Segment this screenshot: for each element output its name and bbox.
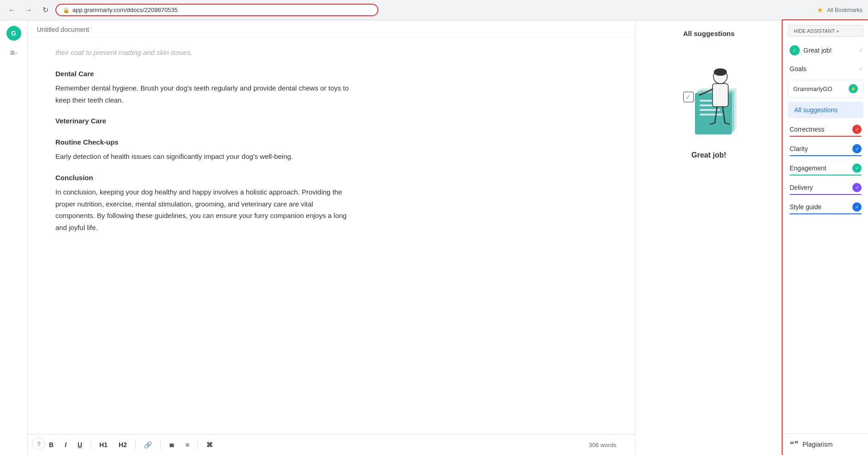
grammarly-go-label: GrammarlyGO (793, 85, 832, 92)
section-body-checkups: Early detection of health issues can sig… (55, 151, 351, 163)
category-item-delivery[interactable]: Delivery ✓ (783, 178, 868, 194)
great-job-left: ✓ Great job! (790, 45, 832, 55)
grammarly-go-button[interactable]: GrammarlyGO ⚡ (788, 79, 863, 98)
engagement-underline (790, 175, 862, 176)
panel-item-great-job[interactable]: ✓ Great job! › (783, 41, 868, 61)
section-heading-checkups: Routine Check-ups (55, 136, 351, 148)
doc-header: Untitled document (28, 20, 635, 37)
great-job-illustration: ✓ Great job! (672, 51, 746, 159)
panel-item-goals[interactable]: Goals › (783, 61, 868, 78)
all-suggestions-button[interactable]: All suggestions (788, 102, 863, 118)
underline-button[interactable]: U (75, 439, 85, 450)
unordered-list-button[interactable]: ≡ (183, 439, 192, 450)
svg-rect-9 (712, 84, 728, 107)
bookmark-area: ★ All Bookmarks (817, 6, 862, 14)
svg-text:✓: ✓ (685, 93, 691, 101)
green-check-icon: ✓ (790, 45, 800, 55)
browser-chrome: ← → ↻ 🔒 app.grammarly.com/ddocs/22098705… (0, 0, 868, 20)
word-count[interactable]: 306 words (589, 442, 617, 449)
grammarly-logo: G (6, 26, 21, 41)
lock-icon: 🔒 (63, 7, 70, 13)
ordered-list-button[interactable]: ≣ (166, 439, 177, 450)
section-body-conclusion: In conclusion, keeping your dog healthy … (55, 186, 351, 233)
delivery-underline (790, 194, 862, 195)
section-heading-vet: Veterinary Care (55, 115, 351, 127)
toolbar-divider-1 (90, 440, 91, 449)
document-area[interactable]: Untitled document their coat to prevent … (28, 20, 635, 455)
h2-button[interactable]: H2 (116, 439, 130, 450)
style-guide-underline (790, 213, 862, 214)
clear-format-button[interactable]: ⌘ (204, 439, 216, 450)
clarity-underline (790, 155, 862, 156)
chevron-right-icon: › (860, 47, 862, 54)
plagiarism-label: Plagiarism (802, 441, 832, 448)
section-heading-conclusion: Conclusion (55, 172, 351, 184)
faded-text: their coat to prevent matting and skin i… (55, 47, 351, 59)
svg-rect-6 (700, 114, 723, 115)
correctness-icon: ✓ (852, 125, 862, 134)
category-item-correctness[interactable]: Correctness ✓ (783, 120, 868, 136)
italic-button[interactable]: I (62, 439, 69, 450)
center-panel: All suggestions (635, 20, 783, 455)
correctness-underline (790, 136, 862, 137)
clarity-icon: ✓ (852, 144, 862, 153)
style-guide-label: Style guide (790, 203, 821, 211)
engagement-label: Engagement (790, 164, 826, 172)
link-button[interactable]: 🔗 (141, 439, 155, 450)
grammarly-go-icon: ⚡ (849, 84, 858, 93)
bookmarks-label: All Bookmarks (827, 7, 862, 13)
illustration-svg: ✓ (672, 51, 746, 144)
plagiarism-icon: ❝❞ (790, 439, 799, 449)
doc-toolbar: ? B I U H1 H2 🔗 ≣ ≡ ⌘ 306 words (28, 434, 635, 455)
category-item-clarity[interactable]: Clarity ✓ (783, 140, 868, 155)
doc-title: Untitled document (37, 26, 89, 33)
clarity-label: Clarity (790, 145, 808, 152)
bold-button[interactable]: B (46, 439, 56, 450)
suggestions-header: All suggestions (683, 30, 735, 37)
section-heading-dental: Dental Care (55, 68, 351, 80)
delivery-label: Delivery (790, 184, 813, 191)
back-button[interactable]: ← (6, 4, 18, 17)
forward-button[interactable]: → (22, 4, 35, 17)
category-item-engagement[interactable]: Engagement ✓ (783, 159, 868, 175)
doc-content: their coat to prevent matting and skin i… (28, 37, 378, 287)
hide-assistant-button[interactable]: HIDE ASSISTANT » (788, 25, 863, 37)
hamburger-button[interactable]: ≡· (10, 48, 18, 58)
toolbar-divider-4 (198, 440, 198, 449)
left-sidebar: G ≡· (0, 20, 28, 455)
great-job-text: Great job! (691, 151, 726, 159)
plagiarism-section[interactable]: ❝❞ Plagiarism (783, 433, 868, 455)
delivery-icon: ✓ (852, 183, 862, 192)
goals-chevron-icon: › (860, 66, 862, 72)
url-text: app.grammarly.com/ddocs/2209870535 (72, 6, 371, 13)
reload-button[interactable]: ↻ (39, 4, 52, 17)
section-body-dental: Remember dental hygiene. Brush your dog'… (55, 82, 351, 106)
right-panel: HIDE ASSISTANT » ✓ Great job! › Goals › … (783, 20, 868, 455)
great-job-label: Great job! (803, 47, 832, 54)
svg-point-8 (714, 68, 727, 76)
help-button[interactable]: ? (32, 437, 45, 450)
toolbar-divider-2 (135, 440, 136, 449)
category-item-style-guide[interactable]: Style guide ✓ (783, 198, 868, 213)
h1-button[interactable]: H1 (96, 439, 110, 450)
style-guide-icon: ✓ (852, 202, 862, 212)
engagement-icon: ✓ (852, 164, 862, 173)
toolbar-divider-3 (160, 440, 161, 449)
goals-label: Goals (790, 65, 807, 73)
correctness-label: Correctness (790, 126, 824, 133)
address-bar[interactable]: 🔒 app.grammarly.com/ddocs/2209870535 (55, 4, 378, 16)
bookmark-icon: ★ (817, 6, 823, 14)
app-container: G ≡· Untitled document their coat to pre… (0, 20, 868, 455)
